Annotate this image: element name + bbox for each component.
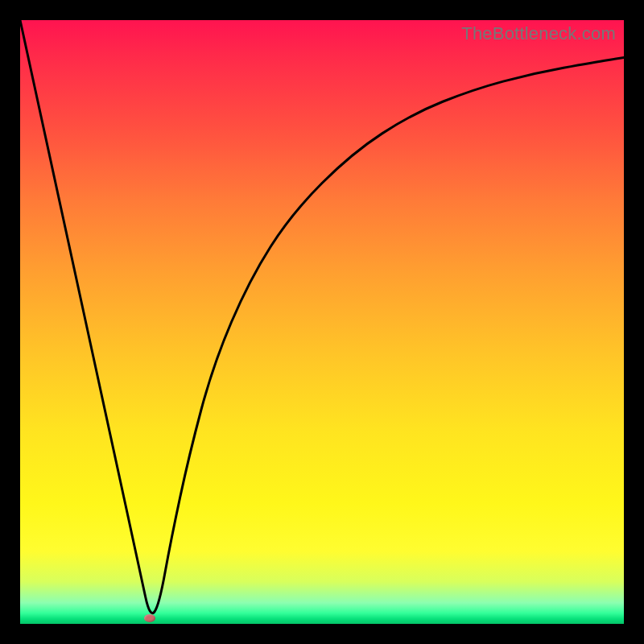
- bottleneck-curve: [20, 20, 624, 613]
- plot-area: TheBottleneck.com: [20, 20, 624, 624]
- curve-svg: [20, 20, 624, 624]
- chart-frame: TheBottleneck.com: [0, 0, 644, 644]
- min-marker: [144, 614, 155, 622]
